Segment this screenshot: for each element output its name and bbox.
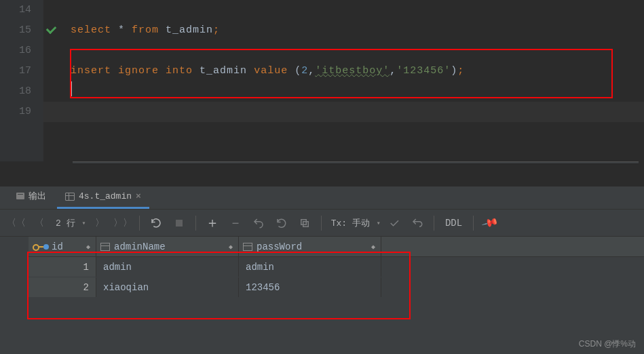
svg-rect-0	[176, 220, 183, 227]
add-row-button[interactable]: ＋	[203, 214, 222, 233]
sql-line-select[interactable]: select * from t_admin;	[71, 20, 644, 41]
highlight-box-sql	[70, 49, 613, 98]
delete-row-button[interactable]: －	[226, 214, 245, 233]
line-number: 18	[0, 81, 31, 102]
key-icon	[33, 243, 42, 251]
pin-button[interactable]: 📌	[480, 214, 499, 233]
tx-label: Tx: 手动	[328, 217, 373, 229]
prev-page-button[interactable]: 〈	[30, 214, 49, 233]
column-icon	[100, 243, 110, 251]
commit-button[interactable]	[385, 214, 404, 233]
column-icon	[243, 243, 252, 251]
next-page-button[interactable]: 〉	[90, 214, 109, 233]
undo-button[interactable]	[272, 214, 291, 233]
highlight-box-table	[27, 252, 411, 319]
result-toolbar: 〈〈 〈 2 行 ▾ 〉 〉〉 ＋ － Tx: 手动 ▾ DDL 📌	[0, 210, 644, 237]
stop-button[interactable]	[170, 214, 189, 233]
sort-icon[interactable]: ◆	[371, 243, 375, 251]
close-icon[interactable]: ×	[136, 191, 141, 201]
tab-table[interactable]: 4s.t_admin ×	[57, 187, 149, 209]
clone-row-button[interactable]	[295, 214, 314, 233]
last-page-button[interactable]: 〉〉	[113, 214, 132, 233]
column-label: passWord	[257, 241, 302, 252]
tool-window-tabs: 输出 4s.t_admin ×	[0, 186, 644, 210]
line-number: 19	[0, 102, 31, 122]
dropdown-icon[interactable]: ▾	[377, 219, 381, 227]
table-icon	[65, 193, 75, 201]
line-number: 15	[0, 20, 31, 41]
output-icon	[16, 193, 24, 199]
tab-output[interactable]: 输出	[8, 186, 54, 209]
line-number: 14	[0, 0, 31, 20]
sort-icon[interactable]: ◆	[86, 243, 90, 251]
sort-icon[interactable]: ◆	[229, 243, 233, 251]
revert-button[interactable]	[249, 214, 268, 233]
column-label: id	[52, 241, 63, 252]
reload-button[interactable]	[147, 214, 166, 233]
rows-label: 2 行	[53, 217, 78, 229]
rollback-button[interactable]	[408, 214, 427, 233]
line-number: 16	[0, 41, 31, 61]
column-label: adminName	[114, 241, 166, 252]
index-icon	[43, 244, 49, 250]
pin-icon: 📌	[480, 214, 499, 232]
ddl-button[interactable]: DDL	[441, 214, 466, 233]
watermark: CSDN @悸%动	[579, 338, 636, 350]
editor-gutter[interactable]: 14 15 16 17 18 19	[0, 0, 43, 161]
tab-label: 4s.t_admin	[79, 191, 132, 201]
dropdown-icon[interactable]: ▾	[82, 219, 86, 227]
line-number: 17	[0, 61, 31, 81]
splitter-handle[interactable]	[73, 161, 639, 164]
first-page-button[interactable]: 〈〈	[7, 214, 26, 233]
tab-label: 输出	[29, 190, 46, 202]
